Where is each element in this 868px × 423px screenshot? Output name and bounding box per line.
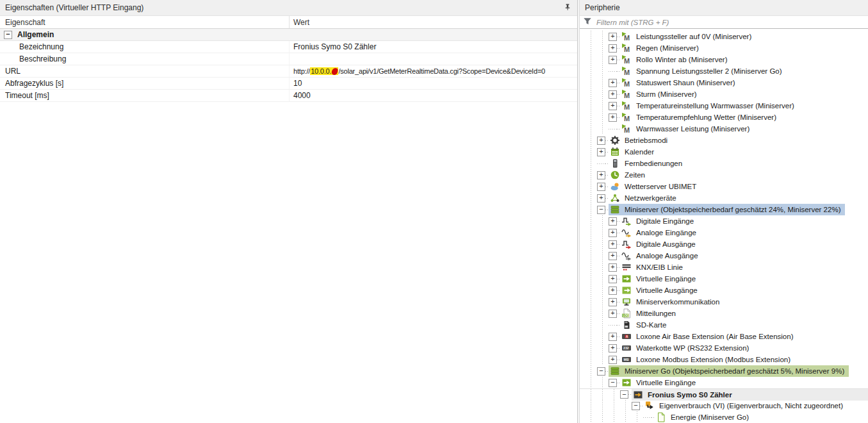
collapse-toggle[interactable] bbox=[597, 206, 605, 214]
tree-item[interactable]: Miniserverkommunikation bbox=[580, 296, 868, 308]
tree-item[interactable]: Fronius Symo S0 Zähler bbox=[580, 388, 868, 400]
tree-item[interactable]: Zeiten bbox=[580, 169, 868, 181]
expand-toggle[interactable] bbox=[609, 333, 617, 341]
tree-connector bbox=[597, 160, 605, 168]
tree-item[interactable]: Analoge Eingänge bbox=[580, 227, 868, 238]
tree-item[interactable]: MStatuswert Shaun (Miniserver) bbox=[580, 77, 868, 88]
property-value-cell[interactable]: 10 bbox=[290, 78, 577, 89]
tree-item[interactable]: MSturm (Miniserver) bbox=[580, 88, 868, 100]
tree-item[interactable]: 232Waterkotte WP (RS232 Extension) bbox=[580, 342, 868, 354]
expand-toggle[interactable] bbox=[609, 33, 617, 41]
tree-item[interactable]: Energie (Miniserver Go) bbox=[580, 411, 868, 423]
tree-item[interactable]: Kalender bbox=[580, 146, 868, 158]
tree-guide-line bbox=[620, 400, 632, 411]
property-name-cell[interactable]: Timeout [ms] bbox=[0, 90, 290, 101]
expand-toggle[interactable] bbox=[609, 356, 617, 364]
tree-item[interactable]: Digitale Ausgänge bbox=[580, 238, 868, 250]
tree-item-label: Miniserverkommunikation bbox=[634, 298, 721, 306]
expand-toggle[interactable] bbox=[609, 263, 617, 272]
tree-item[interactable]: LOGMitteilungen bbox=[580, 308, 868, 319]
expand-toggle[interactable] bbox=[609, 310, 617, 318]
expand-toggle[interactable] bbox=[609, 44, 617, 53]
tree-item[interactable]: MTemperatureinstellung Warmwasser (Minis… bbox=[580, 100, 868, 112]
tree-item[interactable]: MSpannung Leistungssteller 2 (Miniserver… bbox=[580, 65, 868, 77]
tree-item-content: MLeistungssteller auf 0V (Miniserver) bbox=[620, 31, 756, 42]
collapse-toggle[interactable] bbox=[609, 379, 617, 387]
tree-item[interactable]: MLeistungssteller auf 0V (Miniserver) bbox=[580, 31, 868, 42]
expand-toggle[interactable] bbox=[609, 344, 617, 352]
tree-item[interactable]: Analoge Ausgänge bbox=[580, 250, 868, 261]
expand-toggle[interactable] bbox=[597, 137, 605, 145]
tree-item[interactable]: Fernbedienungen bbox=[580, 158, 868, 169]
tree-item[interactable]: Netzwerkgeräte bbox=[580, 192, 868, 204]
tree-item[interactable]: Wetterserver UBIMET bbox=[580, 181, 868, 192]
expand-toggle[interactable] bbox=[609, 113, 617, 122]
expand-toggle[interactable] bbox=[609, 217, 617, 226]
expand-toggle[interactable] bbox=[609, 229, 617, 237]
property-name-cell[interactable]: Abfragezyklus [s] bbox=[0, 78, 290, 89]
tree-item[interactable]: Eigenverbrauch (VI) (Eigenverbrauch, Nic… bbox=[580, 400, 868, 411]
tree-guide-line bbox=[597, 100, 609, 112]
tree-item[interactable]: SD-Karte bbox=[580, 319, 868, 331]
expand-toggle[interactable] bbox=[609, 90, 617, 99]
tree-item[interactable]: ALoxone Air Base Extension (Air Base Ext… bbox=[580, 331, 868, 342]
tree-item-label: Wetterserver UBIMET bbox=[623, 183, 698, 190]
expand-toggle[interactable] bbox=[609, 79, 617, 87]
tree-guide-line bbox=[585, 319, 597, 331]
collapse-toggle[interactable] bbox=[597, 367, 605, 376]
property-name-cell[interactable]: URL bbox=[0, 65, 290, 77]
property-value-cell[interactable]: 4000 bbox=[290, 90, 577, 101]
tree-item-content: MBLoxone Modbus Extension (Modbus Extens… bbox=[620, 354, 795, 365]
tree-item[interactable]: MRegen (Miniserver) bbox=[580, 42, 868, 54]
tree-guide-line bbox=[585, 400, 597, 411]
tree-item[interactable]: Betriebsmodi bbox=[580, 135, 868, 146]
tree-item[interactable]: Virtuelle Eingänge bbox=[580, 273, 868, 285]
expand-toggle[interactable] bbox=[609, 56, 617, 64]
filter-input[interactable] bbox=[595, 17, 865, 28]
tree-item[interactable]: Miniserver (Objektspeicherbedarf geschät… bbox=[580, 204, 868, 215]
tree-item[interactable]: Digitale Eingänge bbox=[580, 215, 868, 227]
property-value-cell[interactable]: Fronius Symo S0 Zähler bbox=[290, 41, 577, 53]
tree-item[interactable]: MRollo Winter ab (Miniserver) bbox=[580, 54, 868, 65]
property-row[interactable]: Beschreibung bbox=[0, 53, 577, 65]
property-group-allgemein[interactable]: Allgemein bbox=[0, 29, 577, 41]
tree-item[interactable]: MBLoxone Modbus Extension (Modbus Extens… bbox=[580, 354, 868, 365]
expand-toggle[interactable] bbox=[609, 102, 617, 110]
property-name-cell[interactable]: Beschreibung bbox=[0, 53, 290, 65]
expand-toggle[interactable] bbox=[609, 275, 617, 283]
pin-button[interactable] bbox=[562, 2, 573, 13]
collapse-toggle[interactable] bbox=[620, 390, 628, 399]
memory-flag-icon: M bbox=[621, 66, 632, 76]
expand-toggle[interactable] bbox=[597, 171, 605, 179]
property-row[interactable]: Abfragezyklus [s]10 bbox=[0, 78, 577, 90]
tree-item-label: Mitteilungen bbox=[634, 310, 678, 317]
tree-item[interactable]: KNX/EIB Linie bbox=[580, 261, 868, 273]
tree-item[interactable]: Virtuelle Ausgänge bbox=[580, 285, 868, 296]
expand-toggle[interactable] bbox=[609, 286, 617, 295]
property-value-cell[interactable] bbox=[290, 53, 577, 65]
property-name-cell[interactable]: Bezeichnung bbox=[0, 41, 290, 53]
tree-item[interactable]: MWarmwasser Leistung (Miniserver) bbox=[580, 123, 868, 135]
property-row[interactable]: Timeout [ms]4000 bbox=[0, 90, 577, 102]
expand-toggle[interactable] bbox=[597, 194, 605, 203]
tree-item[interactable]: MTemperaturempfehlung Wetter (Miniserver… bbox=[580, 112, 868, 123]
tree-guide-line bbox=[585, 135, 597, 146]
expand-toggle[interactable] bbox=[609, 298, 617, 306]
tree-guide-line bbox=[597, 285, 609, 296]
property-value-cell[interactable]: http://10.0.0./solar_api/v1/GetMeterReal… bbox=[290, 65, 577, 77]
collapse-toggle[interactable] bbox=[4, 31, 12, 39]
property-row[interactable]: URLhttp://10.0.0./solar_api/v1/GetMeterR… bbox=[0, 65, 577, 78]
expand-toggle[interactable] bbox=[609, 240, 617, 249]
property-row[interactable]: BezeichnungFronius Symo S0 Zähler bbox=[0, 41, 577, 53]
tree-item-content: ALoxone Air Base Extension (Air Base Ext… bbox=[620, 331, 798, 342]
properties-panel: Eigenschaften (Virtueller HTTP Eingang) … bbox=[0, 0, 578, 423]
tree-guide-line bbox=[597, 342, 609, 354]
expand-toggle[interactable] bbox=[609, 252, 617, 260]
tree-item[interactable]: Miniserver Go (Objektspeicherbedarf gesc… bbox=[580, 365, 868, 377]
tree-item[interactable]: Virtuelle Eingänge bbox=[580, 377, 868, 388]
tree-item-content: Digitale Eingänge bbox=[620, 215, 698, 227]
periphery-panel-title: Peripherie bbox=[585, 3, 620, 12]
expand-toggle[interactable] bbox=[597, 148, 605, 156]
expand-toggle[interactable] bbox=[597, 183, 605, 191]
collapse-toggle[interactable] bbox=[632, 402, 640, 410]
